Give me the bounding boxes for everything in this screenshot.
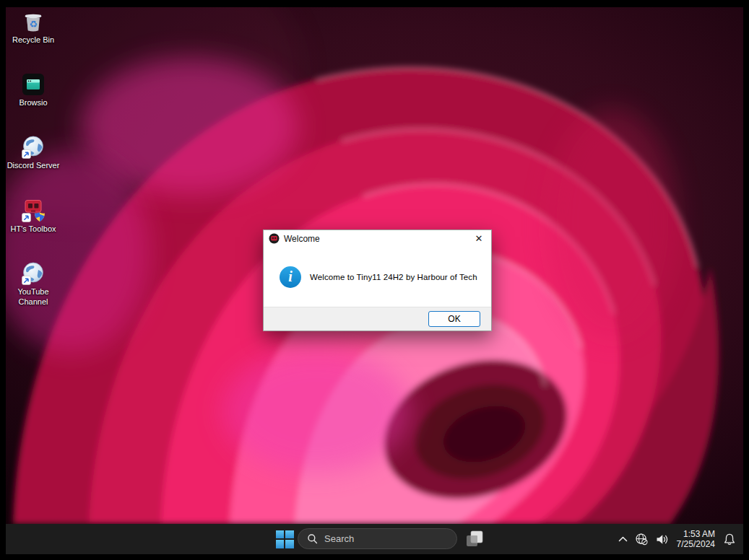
dialog-title: Welcome [284, 234, 320, 244]
notification-button[interactable] [723, 533, 736, 546]
browser-app-icon [21, 72, 46, 97]
toolbox-shortcut-icon [21, 198, 46, 223]
desktop-icon-hts-toolbox[interactable]: HT's Toolbox [6, 198, 61, 235]
tray-time: 1:53 AM [677, 529, 715, 539]
desktop-icon-label: YouTube Channel [6, 287, 61, 307]
internet-shortcut-globe-icon [21, 135, 46, 159]
start-button[interactable] [270, 525, 299, 554]
desktop-icon-browsio[interactable]: Browsio [6, 72, 61, 108]
dialog-message: Welcome to Tiny11 24H2 by Harbour of Tec… [310, 273, 477, 281]
toolbox-app-icon [269, 233, 280, 244]
tray-date: 7/25/2024 [677, 539, 715, 549]
desktop-icon-recycle-bin[interactable]: ♻ Recycle Bin [6, 9, 61, 45]
recycle-bin-icon: ♻ [21, 9, 46, 34]
taskbar-app-button[interactable] [463, 528, 486, 551]
close-icon[interactable]: ✕ [472, 232, 486, 246]
desktop-surface[interactable]: ♻ Recycle Bin Browsio [6, 7, 743, 524]
desktop-icon-label: Discord Server [7, 161, 60, 171]
desktop-icon-label: Browsio [19, 98, 47, 108]
search-icon [307, 533, 318, 544]
screen: ♻ Recycle Bin Browsio [6, 7, 743, 554]
clock[interactable]: 1:53 AM 7/25/2024 [675, 529, 716, 549]
desktop-icon-label: Recycle Bin [12, 35, 54, 45]
system-tray: 1:53 AM 7/25/2024 [618, 524, 736, 554]
desktop-icon-discord-server[interactable]: Discord Server [6, 135, 61, 171]
network-offline-icon [635, 533, 649, 546]
volume-icon [655, 533, 669, 546]
internet-shortcut-globe-icon [21, 261, 46, 286]
dialog-body: i Welcome to Tiny11 24H2 by Harbour of T… [264, 247, 491, 307]
info-icon: i [280, 266, 301, 288]
notification-bell-icon [723, 533, 736, 546]
windows-start-icon [276, 530, 294, 548]
dialog-footer: OK [264, 307, 491, 331]
volume-button[interactable] [655, 533, 669, 546]
uac-shield-icon [35, 213, 45, 222]
svg-text:♻: ♻ [29, 19, 38, 30]
ok-button[interactable]: OK [428, 311, 480, 327]
taskbar: Search [6, 524, 743, 554]
desktop-icon-label: HT's Toolbox [10, 224, 56, 235]
search-placeholder: Search [324, 533, 354, 544]
chevron-up-icon [618, 535, 628, 543]
network-button[interactable] [635, 533, 649, 546]
search-input[interactable]: Search [298, 528, 457, 549]
dialog-titlebar[interactable]: Welcome ✕ [264, 230, 491, 247]
welcome-dialog: Welcome ✕ i Welcome to Tiny11 24H2 by Ha… [263, 229, 492, 331]
tray-overflow-button[interactable] [618, 535, 628, 543]
stacked-windows-icon [465, 530, 484, 548]
desktop-icon-youtube-channel[interactable]: YouTube Channel [6, 261, 61, 307]
